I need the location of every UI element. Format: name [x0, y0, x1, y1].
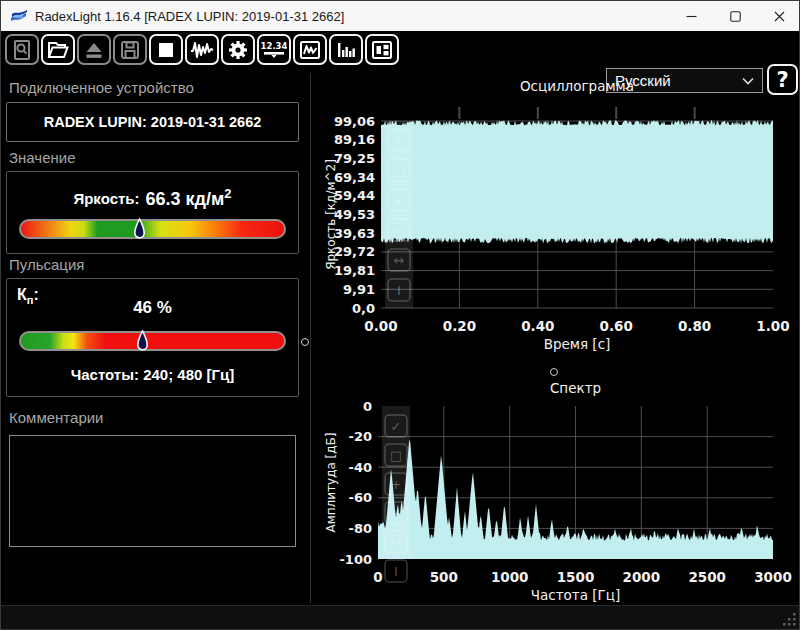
svg-text:39,63: 39,63 — [334, 226, 375, 241]
device-section-header: Подключенное устройство — [9, 79, 194, 96]
panels-icon — [370, 38, 394, 62]
digital-meter-icon: 12.34 — [261, 38, 287, 62]
open-file-button[interactable] — [41, 34, 75, 65]
pulsation-frequencies: Частоты: 240; 480 [Гц] — [7, 366, 298, 383]
minimize-icon — [686, 11, 697, 22]
pulsation-scale — [19, 331, 286, 351]
pulsation-panel: Кп: 46 % Частоты: 240; 480 [Гц] — [6, 278, 299, 397]
svg-text:19,81: 19,81 — [334, 263, 375, 278]
value-section-header: Значение — [9, 149, 76, 166]
svg-text:0.40: 0.40 — [521, 318, 554, 334]
pulsation-coef-value: 46 % — [7, 298, 298, 318]
pulsation-section-header: Пульсация — [9, 256, 84, 273]
svg-text:+: + — [394, 193, 405, 208]
main-toolbar: 12.34 Русский ? — [1, 31, 800, 71]
minimize-button[interactable] — [669, 1, 713, 31]
bar-chart-icon — [334, 38, 358, 62]
svg-text:✓: ✓ — [394, 133, 405, 148]
svg-text:79,25: 79,25 — [334, 151, 375, 166]
svg-text:+: + — [391, 477, 402, 492]
resize-grip[interactable] — [782, 612, 797, 627]
svg-text:0,0: 0,0 — [352, 301, 375, 316]
brightness-marker-icon — [133, 218, 146, 241]
svg-text:0: 0 — [373, 569, 382, 585]
svg-text:0.00: 0.00 — [364, 318, 397, 334]
brightness-scale — [19, 219, 286, 239]
svg-text:−: − — [391, 506, 402, 521]
svg-text:500: 500 — [430, 569, 458, 585]
waveform-icon — [189, 38, 215, 62]
svg-text:Время [с]: Время [с] — [544, 336, 611, 352]
svg-text:−: − — [394, 223, 405, 238]
layout-panels-button[interactable] — [365, 34, 399, 65]
vertical-splitter[interactable] — [310, 73, 311, 603]
brightness-panel: Яркость: 66.3 кд/м2 — [6, 171, 299, 254]
spectrum-chart: 0-20-40-60-80-10005001000150020002500300… — [321, 379, 799, 605]
close-icon — [774, 11, 785, 22]
svg-text:□: □ — [390, 448, 402, 463]
svg-text:-60: -60 — [349, 490, 373, 505]
svg-text:9,91: 9,91 — [343, 282, 375, 297]
svg-text:59,44: 59,44 — [334, 188, 375, 203]
svg-text:0.60: 0.60 — [600, 318, 633, 334]
svg-text:2000: 2000 — [623, 569, 661, 585]
spectrum-view-button[interactable] — [329, 34, 363, 65]
svg-text:0.20: 0.20 — [443, 318, 476, 334]
pulsation-marker-icon — [136, 330, 149, 353]
magnifier-document-icon — [10, 38, 34, 62]
save-file-button[interactable] — [113, 34, 147, 65]
digital-readout-button[interactable]: 12.34 — [257, 34, 291, 65]
floppy-disk-icon — [118, 38, 142, 62]
svg-text:-80: -80 — [349, 521, 373, 536]
svg-text:Ⅰ: Ⅰ — [394, 564, 398, 579]
connected-device-button[interactable]: RADEX LUPIN: 2019-01-31 2662 — [6, 102, 299, 142]
svg-text:89,16: 89,16 — [334, 132, 375, 147]
settings-button[interactable] — [221, 34, 255, 65]
svg-text:✓: ✓ — [391, 419, 402, 434]
comments-section-header: Комментарии — [9, 409, 103, 426]
svg-text:-100: -100 — [339, 552, 372, 567]
stop-button[interactable] — [149, 34, 183, 65]
brightness-label: Яркость: — [73, 190, 139, 207]
svg-text:-20: -20 — [349, 429, 373, 444]
maximize-icon — [730, 11, 741, 22]
oscillogram-chart: 99,0689,1679,2569,3459,4449,5339,6329,72… — [321, 75, 799, 375]
maximize-button[interactable] — [713, 1, 757, 31]
stop-square-icon — [154, 38, 178, 62]
svg-text:3000: 3000 — [754, 569, 792, 585]
svg-text:2500: 2500 — [688, 569, 726, 585]
brightness-value: 66.3 кд/м2 — [146, 186, 232, 210]
svg-text:Амплитуда [дБ]: Амплитуда [дБ] — [324, 432, 338, 532]
close-button[interactable] — [757, 1, 800, 31]
device-name: RADEX LUPIN: 2019-01-31 2662 — [44, 114, 262, 130]
report-button[interactable] — [5, 34, 39, 65]
svg-text:Яркость [кд/м^2]: Яркость [кд/м^2] — [324, 159, 338, 270]
vertical-splitter-handle[interactable] — [301, 338, 309, 346]
comments-input[interactable] — [9, 435, 296, 547]
svg-text:69,34: 69,34 — [334, 170, 375, 185]
eject-icon — [82, 38, 106, 62]
svg-text:Ⅰ: Ⅰ — [397, 283, 401, 298]
open-folder-icon — [46, 38, 70, 62]
svg-text:49,53: 49,53 — [334, 207, 375, 222]
svg-text:12.34: 12.34 — [261, 41, 287, 51]
svg-text:Частота [Гц]: Частота [Гц] — [531, 587, 620, 603]
gear-icon — [226, 38, 250, 62]
svg-text:0.80: 0.80 — [678, 318, 711, 334]
svg-text:29,72: 29,72 — [334, 244, 375, 259]
measurement-button[interactable] — [185, 34, 219, 65]
app-logo-icon — [10, 9, 28, 24]
eject-device-button[interactable] — [77, 34, 111, 65]
svg-text:□: □ — [393, 163, 405, 178]
svg-text:Спектр: Спектр — [550, 380, 601, 396]
svg-text:99,06: 99,06 — [334, 114, 375, 129]
line-chart-icon — [298, 38, 322, 62]
window-title: RadexLight 1.16.4 [RADEX LUPIN: 2019-01-… — [35, 9, 344, 24]
svg-text:Осциллограмма: Осциллограмма — [520, 78, 634, 94]
svg-text:-40: -40 — [349, 460, 373, 475]
titlebar[interactable]: RadexLight 1.16.4 [RADEX LUPIN: 2019-01-… — [1, 1, 800, 31]
oscillogram-view-button[interactable] — [293, 34, 327, 65]
svg-text:0: 0 — [363, 399, 372, 414]
svg-text:↔: ↔ — [394, 253, 405, 268]
svg-text:1500: 1500 — [557, 569, 595, 585]
